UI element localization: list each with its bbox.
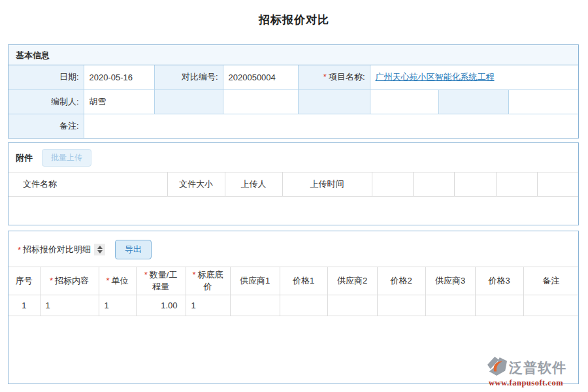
creator-label: 编制人: <box>8 90 84 114</box>
attachment-column-filesize: 文件大小 <box>167 172 225 197</box>
column-price1: 价格1 <box>280 267 327 295</box>
column-price3: 价格3 <box>475 267 523 295</box>
detail-header-row: 序号 *招标内容 *单位 *数量/工程量 *标底底价 供应商1 价格1 供应商2… <box>8 267 578 295</box>
creator-value: 胡雪 <box>84 90 154 114</box>
required-mark: * <box>106 276 109 286</box>
date-value: 2020-05-16 <box>84 65 154 90</box>
detail-data-row[interactable]: 1 1 1 1.00 1 <box>8 295 578 316</box>
compare-no-value: 2020050004 <box>223 65 298 90</box>
required-mark: * <box>144 270 148 280</box>
column-seq: 序号 <box>8 267 40 295</box>
project-name-link[interactable]: 广州天心苑小区智能化系统工程 <box>376 72 495 82</box>
vendor-name: 泛普软件 <box>509 359 566 377</box>
cell-supplier3 <box>425 295 475 316</box>
required-mark: * <box>18 245 21 255</box>
column-remark: 备注 <box>523 267 578 295</box>
column-base-price: *标底底价 <box>186 267 230 295</box>
attachment-column-filename: 文件名称 <box>8 172 167 197</box>
attachment-column-empty <box>413 172 454 197</box>
cell-bid-content: 1 <box>40 295 99 316</box>
detail-section-title: 招标报价对比明细 <box>23 244 91 255</box>
compare-no-label: 对比编号: <box>154 65 223 90</box>
required-mark: * <box>192 270 195 280</box>
attachments-table: 文件名称 文件大小 上传人 上传时间 <box>8 172 578 197</box>
project-name-label: *项目名称: <box>298 65 370 90</box>
column-supplier2: 供应商2 <box>327 267 377 295</box>
column-supplier1: 供应商1 <box>230 267 280 295</box>
column-bid-content: *招标内容 <box>40 267 99 295</box>
basic-info-section-title: 基本信息 <box>8 45 578 65</box>
cell-quantity: 1.00 <box>136 295 186 316</box>
attachment-column-empty <box>372 172 413 197</box>
empty-label-cell <box>154 90 223 114</box>
cell-price2 <box>377 295 425 316</box>
cell-base-price: 1 <box>186 295 230 316</box>
form-row-3: 备注: <box>8 114 578 138</box>
column-unit: *单位 <box>99 267 136 295</box>
project-name-cell: 广州天心苑小区智能化系统工程 <box>370 65 578 90</box>
cell-price1 <box>280 295 327 316</box>
form-row-2: 编制人: 胡雪 <box>8 90 578 114</box>
attachment-column-uploader: 上传人 <box>225 172 282 197</box>
detail-table: 序号 *招标内容 *单位 *数量/工程量 *标底底价 供应商1 价格1 供应商2… <box>8 267 578 316</box>
basic-info-form: 日期: 2020-05-16 对比编号: 2020050004 *项目名称: 广… <box>8 65 578 138</box>
cell-unit: 1 <box>99 295 136 316</box>
required-mark: * <box>323 72 327 82</box>
vendor-url: www.fanpusoft.com <box>487 378 585 388</box>
cell-price3 <box>475 295 523 316</box>
page-title: 招标报价对比 <box>0 12 588 27</box>
cell-remark <box>523 295 578 316</box>
remark-value <box>84 114 578 138</box>
attachments-section: 附件 批量上传 文件名称 文件大小 上传人 上传时间 <box>8 142 579 225</box>
cell-seq: 1 <box>8 295 40 316</box>
basic-info-section: 基本信息 日期: 2020-05-16 对比编号: 2020050004 *项目… <box>8 44 579 139</box>
required-mark: * <box>50 276 53 286</box>
attachment-column-empty <box>454 172 496 197</box>
attachment-column-empty <box>496 172 537 197</box>
vendor-logo: 泛普软件 www.fanpusoft.com <box>487 356 585 388</box>
cell-supplier2 <box>327 295 377 316</box>
cell-supplier1 <box>230 295 280 316</box>
batch-upload-button[interactable]: 批量上传 <box>42 149 91 167</box>
empty-value-cell <box>508 90 578 114</box>
empty-value-cell <box>223 90 298 114</box>
column-supplier3: 供应商3 <box>425 267 475 295</box>
fanpu-logo-icon <box>487 356 508 379</box>
attachment-column-empty <box>537 172 578 197</box>
empty-value-cell <box>370 90 438 114</box>
form-row-1: 日期: 2020-05-16 对比编号: 2020050004 *项目名称: 广… <box>8 65 578 90</box>
empty-label-cell <box>438 90 508 114</box>
attachments-header-row: 文件名称 文件大小 上传人 上传时间 <box>8 172 578 197</box>
attachments-section-title: 附件 <box>16 152 33 164</box>
sort-icon[interactable] <box>94 244 105 255</box>
column-price2: 价格2 <box>377 267 425 295</box>
empty-label-cell <box>298 90 370 114</box>
column-quantity: *数量/工程量 <box>136 267 186 295</box>
export-button[interactable]: 导出 <box>115 240 152 259</box>
remark-label: 备注: <box>8 114 84 138</box>
date-label: 日期: <box>8 65 84 90</box>
attachment-column-uploadtime: 上传时间 <box>282 172 372 197</box>
